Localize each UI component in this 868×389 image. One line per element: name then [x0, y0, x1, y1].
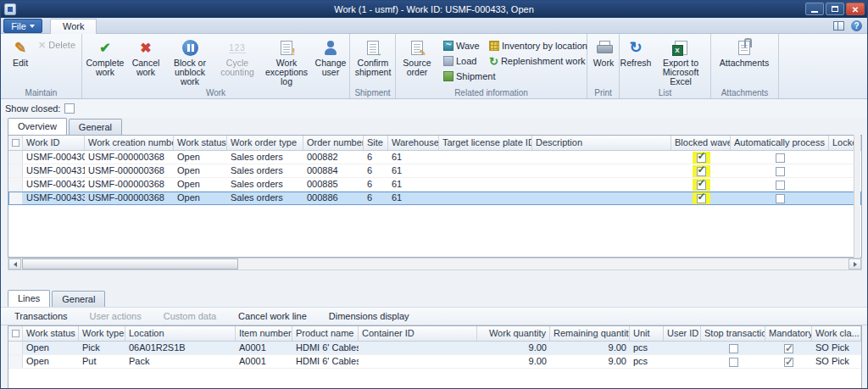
- col-description[interactable]: Description: [532, 136, 671, 150]
- stop-transaction-checkbox[interactable]: [729, 344, 738, 353]
- user-icon: [324, 41, 337, 55]
- show-closed-checkbox[interactable]: [64, 103, 75, 114]
- tab-general-lines[interactable]: General: [52, 291, 105, 307]
- ribbon-group-work: Complete work Cancel work Block or unblo…: [82, 34, 350, 98]
- scroll-left-button[interactable]: [8, 258, 21, 270]
- change-user-button[interactable]: Change user: [313, 36, 348, 77]
- table-row-selected[interactable]: USMF-000433 USMF-000000368 Open Sales or…: [8, 192, 861, 205]
- delete-button[interactable]: Delete: [38, 38, 75, 52]
- col-item-number[interactable]: Item number: [236, 326, 292, 341]
- col-warehouse[interactable]: Warehouse: [388, 136, 439, 150]
- tab-lines[interactable]: Lines: [8, 290, 50, 307]
- col-order-number[interactable]: Order number: [303, 136, 364, 150]
- window-controls: [805, 3, 865, 15]
- vertical-scrollbar[interactable]: [854, 135, 860, 258]
- table-row[interactable]: USMF-000432 USMF-000000368 Open Sales or…: [8, 178, 861, 192]
- replenishment-work-button[interactable]: Replenishment work: [489, 54, 586, 68]
- blocked-wave-checkbox[interactable]: [697, 181, 706, 190]
- row-selector[interactable]: [8, 342, 23, 354]
- table-row[interactable]: Open Pick 06A01R2S1B A0001 HDMI 6' Cable…: [8, 342, 861, 355]
- minimize-button[interactable]: [805, 3, 824, 15]
- table-row[interactable]: Open Put Pack A0001 HDMI 6' Cables 9.00 …: [8, 355, 861, 369]
- complete-work-button[interactable]: Complete work: [84, 36, 126, 77]
- tab-overview[interactable]: Overview: [8, 118, 67, 135]
- col-user-id[interactable]: User ID: [664, 326, 701, 341]
- col-blocked-wave[interactable]: Blocked wave: [671, 136, 731, 150]
- complete-work-icon: [99, 40, 110, 56]
- col-automatically-process[interactable]: Automatically process: [731, 136, 829, 150]
- action-user-actions[interactable]: User actions: [90, 311, 142, 321]
- attachments-button[interactable]: Attachments: [718, 36, 771, 68]
- action-custom-data[interactable]: Custom data: [164, 311, 216, 321]
- confirm-shipment-button[interactable]: Confirm shipment: [352, 36, 394, 77]
- tab-work[interactable]: Work: [50, 19, 97, 35]
- stop-transaction-checkbox[interactable]: [729, 358, 738, 367]
- blocked-wave-checkbox[interactable]: [697, 167, 706, 176]
- col-work-type[interactable]: Work type: [79, 326, 125, 341]
- scrollbar-thumb[interactable]: [22, 258, 238, 270]
- help-icon[interactable]: [851, 20, 862, 31]
- mandatory-checkbox[interactable]: [784, 358, 793, 367]
- col-work-creation-number[interactable]: Work creation number: [85, 136, 174, 150]
- auto-process-checkbox[interactable]: [776, 153, 785, 163]
- action-cancel-work-line[interactable]: Cancel work line: [238, 311, 307, 321]
- col-work-id[interactable]: Work ID: [23, 136, 85, 150]
- blocked-wave-highlight: [693, 152, 710, 164]
- edit-button[interactable]: Edit: [4, 36, 36, 68]
- col-target-license-plate[interactable]: Target license plate ID: [439, 136, 532, 150]
- load-button[interactable]: Load: [443, 54, 476, 68]
- col-site[interactable]: Site: [364, 136, 388, 150]
- auto-process-checkbox[interactable]: [776, 167, 785, 176]
- tab-general-top[interactable]: General: [69, 119, 122, 135]
- row-selector[interactable]: [8, 151, 23, 164]
- col-mandatory[interactable]: Mandatory: [765, 326, 812, 341]
- cycle-counting-button[interactable]: Cycle counting: [216, 36, 259, 77]
- load-icon: [443, 56, 453, 66]
- col-product-name[interactable]: Product name: [292, 326, 359, 341]
- table-row[interactable]: USMF-000431 USMF-000000368 Open Sales or…: [8, 164, 861, 178]
- col-work-status[interactable]: Work status: [174, 136, 227, 150]
- auto-process-checkbox[interactable]: [776, 194, 785, 203]
- wave-button[interactable]: Wave: [443, 39, 480, 53]
- action-transactions[interactable]: Transactions: [14, 311, 68, 321]
- col-location[interactable]: Location: [125, 326, 236, 341]
- work-print-button[interactable]: Work: [589, 36, 618, 68]
- col-container-id[interactable]: Container ID: [359, 326, 477, 341]
- blocked-wave-checkbox[interactable]: [697, 153, 706, 163]
- col-remaining-quantity[interactable]: Remaining quantity: [550, 326, 630, 341]
- table-row[interactable]: USMF-000430 USMF-000000368 Open Sales or…: [8, 151, 861, 164]
- row-selector[interactable]: [8, 355, 23, 368]
- col-unit[interactable]: Unit: [630, 326, 664, 341]
- cancel-work-button[interactable]: Cancel work: [128, 36, 164, 77]
- file-menu-button[interactable]: File: [3, 19, 42, 33]
- lines-select-all-checkbox[interactable]: [12, 330, 19, 337]
- col-stop-transaction[interactable]: Stop transaction: [701, 326, 765, 341]
- horizontal-scrollbar[interactable]: [8, 258, 862, 270]
- col-work-class[interactable]: Work cla...: [812, 326, 861, 341]
- work-exceptions-log-button[interactable]: Work exceptions log: [262, 36, 311, 86]
- select-all-checkbox[interactable]: [12, 139, 19, 147]
- block-unblock-work-button[interactable]: Block or unblock work: [165, 36, 214, 86]
- refresh-button[interactable]: Refresh: [620, 36, 652, 68]
- lines-select-all-header[interactable]: [8, 326, 23, 341]
- source-order-button[interactable]: Source order: [398, 36, 437, 77]
- blocked-wave-checkbox[interactable]: [697, 194, 706, 203]
- row-selector[interactable]: [8, 164, 23, 177]
- layout-icon[interactable]: [833, 21, 844, 31]
- shipment-label: Shipment: [456, 71, 495, 81]
- scroll-right-button[interactable]: [849, 258, 861, 270]
- inventory-by-location-button[interactable]: Inventory by location: [489, 39, 587, 53]
- maximize-button[interactable]: [826, 3, 844, 15]
- export-to-excel-button[interactable]: Export to Microsoft Excel: [652, 36, 709, 86]
- col-work-order-type[interactable]: Work order type: [227, 136, 303, 150]
- shipment-button[interactable]: Shipment: [443, 69, 495, 83]
- mandatory-checkbox[interactable]: [784, 344, 793, 353]
- action-dimensions-display[interactable]: Dimensions display: [329, 311, 409, 321]
- col-line-work-status[interactable]: Work status: [23, 326, 79, 341]
- close-button[interactable]: [846, 3, 865, 15]
- row-selector[interactable]: [8, 178, 23, 191]
- col-work-quantity[interactable]: Work quantity: [477, 326, 550, 341]
- select-all-header[interactable]: [8, 136, 23, 150]
- auto-process-checkbox[interactable]: [776, 181, 785, 190]
- row-selector[interactable]: [8, 192, 23, 204]
